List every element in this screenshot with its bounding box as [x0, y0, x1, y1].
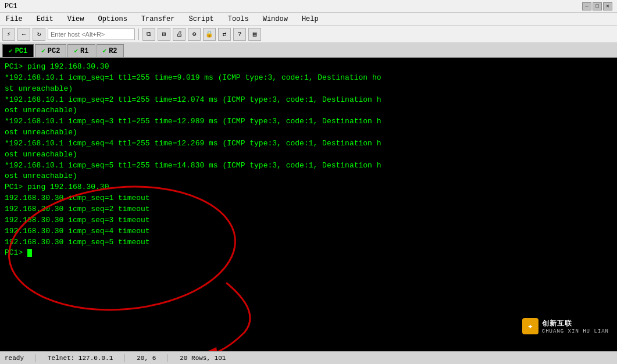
tab-r2[interactable]: ✔ R2 — [97, 44, 124, 57]
toolbar-settings-btn[interactable]: ⚙ — [188, 28, 201, 41]
menu-script[interactable]: Script — [185, 14, 217, 24]
svg-marker-1 — [206, 347, 218, 351]
terminal-line: ost unreachable) — [5, 105, 612, 116]
terminal-line: PC1> ping 192.168.30.30 — [5, 182, 612, 193]
terminal-line: 192.168.30.30 icmp_seq=1 timeout — [5, 193, 612, 204]
tabs-bar: ✔ PC1 ✔ PC2 ✔ R1 ✔ R2 — [0, 43, 617, 58]
menu-window[interactable]: Window — [259, 14, 291, 24]
watermark-icon: ✦ — [522, 318, 538, 334]
status-rows-cols: 20 Rows, 101 — [180, 355, 226, 362]
window-title: PC1 — [5, 2, 17, 10]
toolbar-lightning-btn[interactable]: ⚡ — [2, 28, 15, 41]
terminal-line: 192.168.30.30 icmp_seq=5 timeout — [5, 237, 612, 248]
tab-r1-label: R1 — [80, 47, 88, 55]
minimize-button[interactable]: ─ — [582, 2, 591, 10]
window-controls: ─ □ ✕ — [582, 2, 612, 10]
terminal-line: *192.168.10.1 icmp_seq=2 ttl=255 time=12… — [5, 95, 612, 106]
status-bar: ready Telnet: 127.0.0.1 20, 6 20 Rows, 1… — [0, 351, 617, 364]
terminal-line: *192.168.10.1 icmp_seq=4 ttl=255 time=12… — [5, 138, 612, 149]
toolbar-back-btn[interactable]: ← — [17, 28, 30, 41]
status-sep-2 — [124, 354, 125, 362]
status-telnet: Telnet: 127.0.0.1 — [48, 355, 113, 362]
watermark: ✦ 创新互联 CHUANG XIN HU LIAN — [519, 316, 612, 336]
status-sep-3 — [167, 354, 168, 362]
toolbar: ⚡ ← ↻ ⧉ ⊞ 🖨 ⚙ 🔒 ⇄ ? ▤ — [0, 26, 617, 43]
toolbar-help-btn[interactable]: ? — [233, 28, 246, 41]
terminal-line: *192.168.10.1 icmp_seq=1 ttl=255 time=9.… — [5, 73, 612, 84]
tab-pc2[interactable]: ✔ PC2 — [35, 44, 66, 57]
menu-help[interactable]: Help — [298, 14, 322, 24]
title-bar: PC1 ─ □ ✕ — [0, 0, 617, 13]
tab-pc1-label: PC1 — [15, 47, 28, 55]
menu-options[interactable]: Options — [94, 14, 130, 24]
menu-bar: File Edit View Options Transfer Script T… — [0, 13, 617, 26]
tab-pc2-check: ✔ — [41, 47, 45, 55]
maximize-button[interactable]: □ — [593, 2, 602, 10]
tab-r2-label: R2 — [109, 47, 117, 55]
status-sep-1 — [35, 354, 36, 362]
status-ready: ready — [5, 355, 24, 362]
status-position: 20, 6 — [137, 355, 156, 362]
toolbar-paste-btn[interactable]: ⊞ — [158, 28, 170, 41]
host-input[interactable] — [48, 28, 135, 40]
close-button[interactable]: ✕ — [603, 2, 612, 10]
watermark-line1: 创新互联 — [542, 319, 609, 329]
terminal-line: PC1> ping 192.168.30.30 — [5, 62, 612, 73]
menu-tools[interactable]: Tools — [224, 14, 252, 24]
tab-r1-check: ✔ — [74, 47, 78, 55]
toolbar-lock-btn[interactable]: 🔒 — [203, 28, 216, 41]
terminal-line: *192.168.10.1 icmp_seq=5 ttl=255 time=14… — [5, 160, 612, 172]
tab-pc2-label: PC2 — [48, 47, 60, 55]
terminal-line: 192.168.30.30 icmp_seq=4 timeout — [5, 226, 612, 237]
tab-pc1[interactable]: ✔ PC1 — [2, 44, 34, 57]
terminal-line: PC1> — [5, 248, 612, 259]
menu-view[interactable]: View — [64, 14, 88, 24]
terminal-line: 192.168.30.30 icmp_seq=2 timeout — [5, 204, 612, 215]
terminal-line: *192.168.10.1 icmp_seq=3 ttl=255 time=12… — [5, 116, 612, 127]
toolbar-print-btn[interactable]: 🖨 — [173, 28, 186, 41]
terminal-area[interactable]: PC1> ping 192.168.30.30*192.168.10.1 icm… — [0, 58, 617, 351]
tab-pc1-check: ✔ — [9, 47, 13, 55]
toolbar-forward-btn[interactable]: ↻ — [33, 28, 45, 41]
toolbar-copy-btn[interactable]: ⧉ — [142, 28, 155, 41]
tab-r1[interactable]: ✔ R1 — [67, 44, 95, 57]
menu-file[interactable]: File — [2, 14, 26, 24]
watermark-line2: CHUANG XIN HU LIAN — [542, 329, 609, 334]
toolbar-separator-1 — [138, 28, 139, 40]
toolbar-extra-btn[interactable]: ▤ — [248, 28, 261, 41]
menu-transfer[interactable]: Transfer — [138, 14, 179, 24]
terminal-line: ost unreachable) — [5, 171, 612, 182]
terminal-line: 192.168.30.30 icmp_seq=3 timeout — [5, 215, 612, 226]
terminal-line: st unreachable) — [5, 84, 612, 95]
tab-r2-check: ✔ — [103, 47, 107, 55]
terminal-cursor — [27, 249, 32, 257]
terminal-line: ost unreachable) — [5, 127, 612, 138]
toolbar-transfer-btn[interactable]: ⇄ — [218, 28, 231, 41]
terminal-line: ost unreachable) — [5, 149, 612, 160]
menu-edit[interactable]: Edit — [33, 14, 57, 24]
watermark-text: 创新互联 CHUANG XIN HU LIAN — [542, 319, 609, 334]
